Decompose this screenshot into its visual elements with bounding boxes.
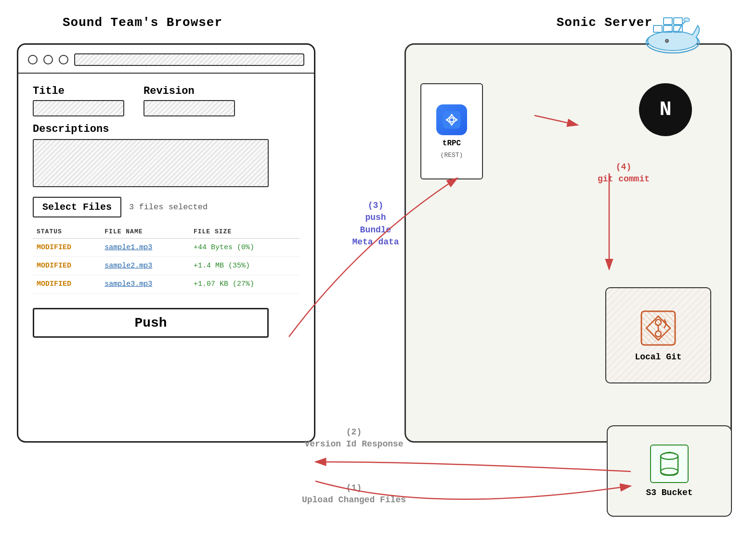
- select-files-button[interactable]: Select Files: [33, 197, 121, 217]
- cell-filename-0[interactable]: sample1.mp3: [101, 239, 190, 257]
- sonic-server-panel: tRPC (REST) N: [404, 43, 732, 443]
- left-title: Sound Team's Browser: [63, 15, 222, 30]
- table-row: MODIFIED sample3.mp3 +1.07 KB (27%): [33, 275, 300, 293]
- cell-status-2: MODIFIED: [33, 275, 101, 293]
- form-group-revision: Revision: [143, 85, 235, 116]
- browser-content: Title Revision Descriptions Select Files…: [18, 74, 314, 347]
- svg-point-9: [684, 18, 690, 22]
- browser-dot-1: [28, 55, 38, 64]
- col-header-status: STATUS: [33, 225, 101, 239]
- step3-label: (3)pushBundleMeta data: [332, 188, 419, 248]
- col-header-filename: FILE NAME: [101, 225, 190, 239]
- table-row: MODIFIED sample2.mp3 +1.4 MB (35%): [33, 257, 300, 275]
- s3-panel: S3 Bucket: [607, 425, 732, 517]
- step4-label: (4)git commit: [590, 149, 657, 186]
- right-title: Sonic Server: [557, 15, 652, 30]
- nextjs-box: N: [639, 83, 692, 136]
- col-header-filesize: FILE SIZE: [190, 225, 300, 239]
- docker-icon: [644, 11, 702, 54]
- cell-status-0: MODIFIED: [33, 239, 101, 257]
- svg-rect-10: [443, 111, 461, 128]
- local-git-box: Local Git: [605, 287, 711, 383]
- s3-label: S3 Bucket: [646, 488, 692, 497]
- cell-status-1: MODIFIED: [33, 257, 101, 275]
- svg-point-1: [648, 31, 698, 51]
- cell-filesize-2: +1.07 KB (27%): [190, 275, 300, 293]
- title-label: Title: [33, 85, 124, 97]
- push-button[interactable]: Push: [33, 308, 269, 338]
- svg-rect-6: [674, 18, 682, 25]
- form-row-title-revision: Title Revision: [33, 85, 300, 116]
- svg-point-12: [451, 114, 453, 116]
- trpc-icon: [436, 104, 467, 135]
- svg-rect-5: [664, 18, 672, 25]
- trpc-box: tRPC (REST): [420, 83, 483, 179]
- form-group-title: Title: [33, 85, 124, 116]
- descriptions-textarea[interactable]: [33, 139, 269, 187]
- s3-icon: [650, 445, 689, 483]
- descriptions-label: Descriptions: [33, 123, 300, 135]
- trpc-sublabel: (REST): [441, 152, 463, 159]
- cell-filesize-1: +1.4 MB (35%): [190, 257, 300, 275]
- nextjs-label: N: [659, 98, 671, 121]
- svg-point-13: [455, 118, 457, 120]
- browser-url-bar[interactable]: [74, 53, 304, 66]
- svg-point-23: [661, 468, 678, 475]
- svg-point-8: [666, 40, 668, 42]
- title-input[interactable]: [33, 100, 124, 116]
- revision-input[interactable]: [143, 100, 235, 116]
- svg-point-15: [446, 118, 448, 120]
- browser-toolbar: [18, 45, 314, 74]
- cell-filename-1[interactable]: sample2.mp3: [101, 257, 190, 275]
- git-icon: [639, 309, 678, 347]
- svg-point-22: [661, 453, 678, 459]
- browser-dot-2: [43, 55, 53, 64]
- files-selected-text: 3 files selected: [129, 203, 208, 212]
- trpc-label: tRPC: [443, 139, 461, 148]
- table-row: MODIFIED sample1.mp3 +44 Bytes (0%): [33, 239, 300, 257]
- file-table: STATUS FILE NAME FILE SIZE MODIFIED samp…: [33, 225, 300, 293]
- browser-dot-3: [59, 55, 68, 64]
- browser-mockup: Title Revision Descriptions Select Files…: [17, 43, 315, 443]
- file-select-row: Select Files 3 files selected: [33, 197, 300, 217]
- local-git-label: Local Git: [635, 352, 681, 362]
- svg-rect-2: [653, 25, 662, 32]
- svg-point-14: [451, 123, 453, 125]
- cell-filename-2[interactable]: sample3.mp3: [101, 275, 190, 293]
- step2-label: (2)Version Id Response: [287, 426, 421, 450]
- step1-label: (1)Upload Changed Files: [287, 482, 421, 506]
- diagram-container: Sound Team's Browser Sonic Server Title …: [0, 0, 756, 560]
- cell-filesize-0: +44 Bytes (0%): [190, 239, 300, 257]
- revision-label: Revision: [143, 85, 235, 97]
